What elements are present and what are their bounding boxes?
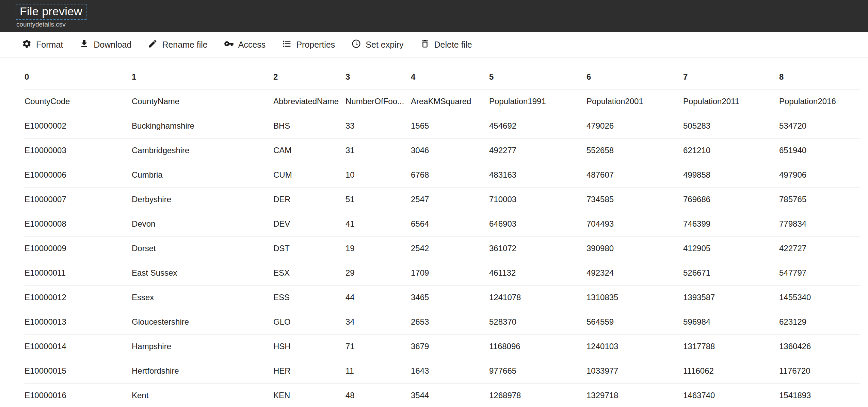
table-cell: 29 <box>345 261 411 285</box>
table-cell: GLO <box>273 310 345 334</box>
rename-file-button[interactable]: Rename file <box>140 32 215 58</box>
table-cell: 51 <box>345 187 411 212</box>
index-header-cell: 0 <box>25 65 132 89</box>
table-cell: 1241078 <box>489 285 586 310</box>
table-cell: E10000012 <box>25 285 132 310</box>
trash-icon <box>420 39 430 51</box>
table-cell: 361072 <box>489 236 586 261</box>
table-row: E10000012EssexESS44346512410781310835139… <box>25 285 860 310</box>
page-title-focus-box: File preview <box>16 4 86 20</box>
table-cell: E10000008 <box>25 212 132 236</box>
table-body: CountyCodeCountyNameAbbreviatedNameNumbe… <box>25 89 860 407</box>
download-icon <box>79 39 89 51</box>
table-row: E10000008DevonDEV41656464690370449374639… <box>25 212 860 236</box>
table-cell: 10 <box>345 163 411 187</box>
table-cell: 479026 <box>586 114 683 138</box>
page-title: File preview <box>20 5 82 18</box>
set-expiry-button[interactable]: Set expiry <box>343 32 412 58</box>
table-cell: Derbyshire <box>132 187 273 212</box>
table-cell: 492277 <box>489 138 586 163</box>
index-header-cell: 6 <box>586 65 683 89</box>
format-button-label: Format <box>36 40 63 50</box>
table-row: E10000013GloucestershireGLO3426535283705… <box>25 310 860 334</box>
table-cell: 564559 <box>586 310 683 334</box>
download-button[interactable]: Download <box>71 32 140 58</box>
table-cell: 412905 <box>683 236 779 261</box>
table-cell: 422727 <box>779 236 860 261</box>
table-cell: 41 <box>345 212 411 236</box>
table-row: E10000006CumbriaCUM106768483163487607499… <box>25 163 860 187</box>
table-cell: ESX <box>273 261 345 285</box>
table-cell: 734585 <box>586 187 683 212</box>
field-header-cell: Population2001 <box>586 89 683 114</box>
field-header-cell: Population1991 <box>489 89 586 114</box>
table-cell: 48 <box>345 383 411 407</box>
table-cell: 596984 <box>683 310 779 334</box>
table-cell: E10000003 <box>25 138 132 163</box>
table-cell: HER <box>273 359 345 383</box>
table-cell: 1541893 <box>779 383 860 407</box>
field-header-cell: NumberOfFoo... <box>345 89 411 114</box>
key-icon <box>224 39 234 51</box>
table-row: E10000009DorsetDST1925423610723909804129… <box>25 236 860 261</box>
table-cell: 454692 <box>489 114 586 138</box>
table-cell: 623129 <box>779 310 860 334</box>
table-cell: 492324 <box>586 261 683 285</box>
delete-file-button[interactable]: Delete file <box>412 32 480 58</box>
table-cell: 11 <box>345 359 411 383</box>
table-cell: E10000006 <box>25 163 132 187</box>
table-cell: Essex <box>132 285 273 310</box>
field-header-cell: Population2011 <box>683 89 779 114</box>
table-cell: 1310835 <box>586 285 683 310</box>
table-cell: 552658 <box>586 138 683 163</box>
table-cell: 19 <box>345 236 411 261</box>
clock-icon <box>351 39 361 51</box>
index-header-cell: 7 <box>683 65 779 89</box>
table-cell: Dorset <box>132 236 273 261</box>
table-cell: 2547 <box>411 187 489 212</box>
table-cell: CUM <box>273 163 345 187</box>
table-cell: E10000013 <box>25 310 132 334</box>
table-row: E10000007DerbyshireDER512547710003734585… <box>25 187 860 212</box>
table-cell: 651940 <box>779 138 860 163</box>
field-header-cell: CountyName <box>132 89 273 114</box>
table-cell: 1268978 <box>489 383 586 407</box>
table-cell: Hertfordshire <box>132 359 273 383</box>
table-cell: DEV <box>273 212 345 236</box>
table-cell: KEN <box>273 383 345 407</box>
table-cell: 1033977 <box>586 359 683 383</box>
access-button[interactable]: Access <box>216 32 274 58</box>
table-cell: E10000007 <box>25 187 132 212</box>
table-cell: E10000015 <box>25 359 132 383</box>
rename-file-button-label: Rename file <box>162 40 207 50</box>
table-cell: Hampshire <box>132 334 273 359</box>
table-cell: Kent <box>132 383 273 407</box>
table-cell: 3679 <box>411 334 489 359</box>
table-cell: 3465 <box>411 285 489 310</box>
table-cell: 621210 <box>683 138 779 163</box>
table-cell: 487607 <box>586 163 683 187</box>
table-cell: 71 <box>345 334 411 359</box>
gear-icon <box>22 39 32 51</box>
table-cell: 547797 <box>779 261 860 285</box>
field-header-cell: AreaKMSquared <box>411 89 489 114</box>
table-cell: Buckinghamshire <box>132 114 273 138</box>
properties-button[interactable]: Properties <box>274 32 343 58</box>
list-icon <box>282 39 292 51</box>
table-cell: ESS <box>273 285 345 310</box>
field-header-cell: AbbreviatedName <box>273 89 345 114</box>
table-cell: E10000002 <box>25 114 132 138</box>
table-cell: 1643 <box>411 359 489 383</box>
table-row: E10000015HertfordshireHER111643977665103… <box>25 359 860 383</box>
format-button[interactable]: Format <box>14 32 71 58</box>
table-cell: 1329718 <box>586 383 683 407</box>
set-expiry-button-label: Set expiry <box>366 40 403 50</box>
table-cell: DST <box>273 236 345 261</box>
index-header-cell: 8 <box>779 65 860 89</box>
field-header-row: CountyCodeCountyNameAbbreviatedNameNumbe… <box>25 89 860 114</box>
table-cell: 390980 <box>586 236 683 261</box>
table-cell: 6564 <box>411 212 489 236</box>
table-cell: 44 <box>345 285 411 310</box>
table-cell: 461132 <box>489 261 586 285</box>
table-cell: BHS <box>273 114 345 138</box>
